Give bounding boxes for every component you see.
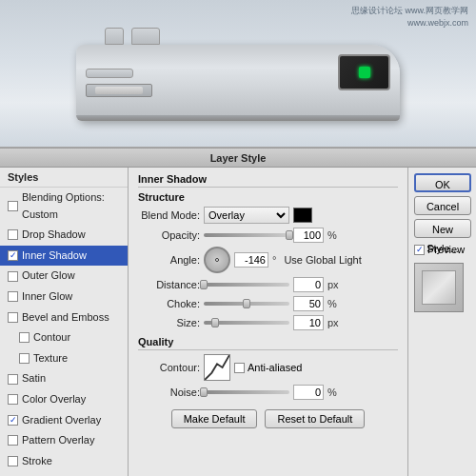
- checkbox-pattern-overlay[interactable]: [8, 435, 18, 446]
- blend-mode-select[interactable]: Overlay Normal Multiply Screen: [204, 207, 289, 224]
- style-label-satin: Satin: [22, 370, 46, 387]
- size-label: Size:: [138, 317, 200, 328]
- choke-slider[interactable]: [204, 302, 289, 306]
- camera-viewfinder: [338, 54, 390, 90]
- quality-section: Quality Contour: Anti-aliased: [138, 336, 398, 400]
- quality-title: Quality: [138, 336, 398, 350]
- style-item-inner-shadow[interactable]: ✓Inner Shadow: [0, 246, 128, 267]
- preview-label: Preview: [427, 244, 465, 255]
- anti-aliased-row: Anti-aliased: [234, 362, 302, 373]
- distance-slider[interactable]: [204, 283, 289, 287]
- cancel-button[interactable]: Cancel: [414, 196, 471, 215]
- style-label-outer-glow: Outer Glow: [22, 268, 75, 285]
- preview-row: ✓ Preview: [414, 244, 470, 255]
- ok-button[interactable]: OK: [414, 173, 471, 192]
- style-item-stroke[interactable]: Stroke: [0, 451, 128, 472]
- camera-button-2: [131, 28, 160, 45]
- checkbox-blending-options[interactable]: [8, 201, 18, 211]
- contour-preview[interactable]: [204, 354, 230, 381]
- styles-header: Styles: [0, 168, 128, 188]
- distance-row: Distance: px: [138, 277, 398, 292]
- angle-input[interactable]: [234, 252, 268, 268]
- opacity-slider[interactable]: [204, 233, 289, 237]
- opacity-row: Opacity: 100 %: [138, 228, 398, 243]
- style-label-stroke: Stroke: [22, 453, 52, 470]
- structure-title: Structure: [138, 191, 398, 203]
- checkbox-bevel-emboss[interactable]: [8, 312, 18, 323]
- style-label-color-overlay: Color Overlay: [22, 391, 86, 408]
- distance-unit: px: [327, 279, 339, 290]
- choke-unit: %: [327, 298, 337, 309]
- noise-unit: %: [327, 387, 337, 398]
- inner-shadow-title: Inner Shadow: [138, 173, 398, 188]
- dialog-title: Layer Style: [210, 152, 267, 164]
- opacity-unit: %: [327, 229, 337, 241]
- reset-to-default-button[interactable]: Reset to Default: [265, 409, 365, 428]
- style-item-inner-glow[interactable]: Inner Glow: [0, 287, 128, 307]
- angle-dot: [215, 258, 219, 262]
- style-item-outer-glow[interactable]: Outer Glow: [0, 266, 128, 287]
- style-label-drop-shadow: Drop Shadow: [22, 227, 86, 244]
- anti-aliased-checkbox[interactable]: [234, 363, 245, 373]
- noise-row: Noise: %: [138, 385, 398, 400]
- checkbox-color-overlay[interactable]: [8, 394, 18, 405]
- blend-color-swatch[interactable]: [293, 208, 312, 223]
- preview-inner: [422, 270, 456, 305]
- checkbox-gradient-overlay[interactable]: ✓: [8, 415, 18, 426]
- checkbox-outer-glow[interactable]: [8, 271, 18, 282]
- viewfinder-indicator: [359, 67, 370, 78]
- checkbox-contour[interactable]: [19, 332, 30, 343]
- layer-style-dialog: Layer Style Styles Blending Options: Cus…: [0, 148, 476, 476]
- size-row: Size: px: [138, 315, 398, 330]
- action-panel: OK Cancel New Style... ✓ Preview: [407, 168, 476, 476]
- choke-row: Choke: %: [138, 296, 398, 311]
- style-label-inner-shadow: Inner Shadow: [22, 248, 87, 265]
- style-item-satin[interactable]: Satin: [0, 368, 128, 389]
- noise-label: Noise:: [138, 387, 200, 398]
- style-item-color-overlay[interactable]: Color Overlay: [0, 389, 128, 410]
- blend-mode-row: Blend Mode: Overlay Normal Multiply Scre…: [138, 207, 398, 224]
- style-label-inner-glow: Inner Glow: [22, 288, 72, 306]
- global-light-label: Use Global Light: [284, 254, 361, 266]
- camera-button-1: [105, 28, 124, 45]
- checkbox-inner-shadow[interactable]: ✓: [8, 250, 18, 261]
- choke-label: Choke:: [138, 298, 200, 309]
- style-label-bevel-emboss: Bevel and Emboss: [22, 309, 109, 327]
- style-item-pattern-overlay[interactable]: Pattern Overlay: [0, 430, 128, 451]
- style-item-texture[interactable]: Texture: [0, 348, 128, 369]
- checkbox-inner-glow[interactable]: [8, 291, 18, 302]
- style-label-texture: Texture: [33, 350, 68, 367]
- style-item-contour[interactable]: Contour: [0, 327, 128, 348]
- preview-checkbox[interactable]: ✓: [414, 245, 425, 255]
- camera-body: [76, 45, 400, 121]
- noise-slider[interactable]: [204, 390, 289, 394]
- angle-dial[interactable]: [204, 247, 230, 273]
- style-item-blending-options[interactable]: Blending Options: Custom: [0, 188, 128, 225]
- checkbox-satin[interactable]: [8, 374, 18, 385]
- style-item-drop-shadow[interactable]: Drop Shadow: [0, 225, 128, 246]
- new-style-button[interactable]: New Style...: [414, 219, 471, 238]
- checkbox-stroke[interactable]: [8, 456, 18, 466]
- style-item-gradient-overlay[interactable]: ✓Gradient Overlay: [0, 410, 128, 431]
- camera-preview: 思缘设计论坛 www.网页教学网 www.webjx.com: [0, 0, 476, 148]
- choke-input[interactable]: [293, 296, 324, 311]
- checkbox-texture[interactable]: [19, 353, 30, 364]
- anti-aliased-label: Anti-aliased: [248, 362, 302, 373]
- watermark-line1: 思缘设计论坛 www.网页教学网: [351, 5, 468, 17]
- size-slider[interactable]: [204, 321, 289, 325]
- style-item-bevel-emboss[interactable]: Bevel and Emboss: [0, 307, 128, 328]
- size-input[interactable]: [293, 315, 324, 330]
- distance-input[interactable]: [293, 277, 324, 292]
- contour-row: Contour: Anti-aliased: [138, 354, 398, 381]
- noise-input[interactable]: [293, 385, 324, 400]
- bottom-buttons: Make Default Reset to Default: [138, 404, 398, 432]
- checkbox-drop-shadow[interactable]: [8, 229, 18, 240]
- watermark-line2: www.webjx.com: [351, 17, 468, 30]
- styles-panel: Styles Blending Options: CustomDrop Shad…: [0, 168, 129, 476]
- opacity-input[interactable]: 100: [293, 228, 324, 243]
- preview-box: [414, 263, 464, 312]
- opacity-label: Opacity:: [138, 229, 200, 241]
- style-label-gradient-overlay: Gradient Overlay: [22, 412, 101, 429]
- make-default-button[interactable]: Make Default: [171, 409, 258, 428]
- size-unit: px: [327, 317, 339, 328]
